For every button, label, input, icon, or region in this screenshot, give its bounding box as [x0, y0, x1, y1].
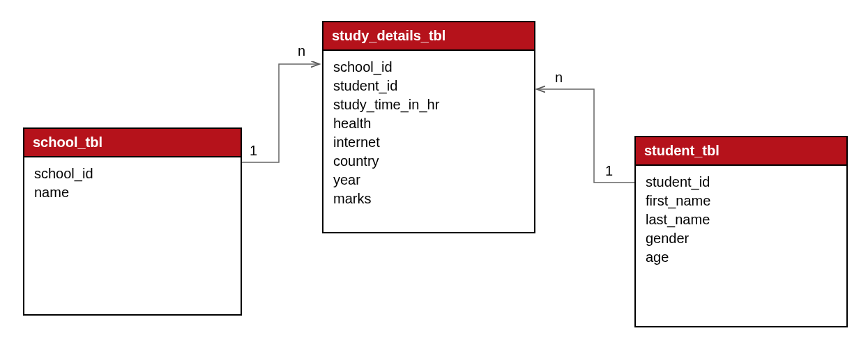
entity-fields: school_id student_id study_time_in_hr he…: [323, 51, 534, 215]
cardinality-label-one: 1: [605, 163, 613, 179]
cardinality-label-many: n: [298, 43, 305, 59]
entity-field: age: [646, 248, 837, 267]
entity-field: school_id: [34, 164, 231, 183]
entity-student-tbl: student_tbl student_id first_name last_n…: [634, 136, 848, 327]
entity-field: first_name: [646, 192, 837, 210]
cardinality-label-many: n: [555, 70, 563, 86]
entity-field: year: [333, 171, 524, 189]
entity-field: student_id: [646, 173, 837, 192]
entity-title: student_tbl: [636, 137, 846, 166]
entity-field: school_id: [333, 58, 524, 77]
entity-school-tbl: school_tbl school_id name: [23, 127, 242, 316]
entity-title: school_tbl: [24, 129, 241, 157]
entity-field: internet: [333, 133, 524, 152]
er-diagram-canvas: school_tbl school_id name study_details_…: [0, 0, 868, 356]
entity-fields: school_id name: [24, 157, 241, 209]
cardinality-label-one: 1: [250, 143, 257, 159]
entity-field: study_time_in_hr: [333, 95, 524, 114]
entity-fields: student_id first_name last_name gender a…: [636, 166, 846, 274]
entity-field: marks: [333, 189, 524, 208]
entity-study-details-tbl: study_details_tbl school_id student_id s…: [322, 21, 535, 233]
entity-field: name: [34, 183, 231, 202]
entity-field: last_name: [646, 210, 837, 229]
entity-field: health: [333, 114, 524, 133]
entity-field: gender: [646, 229, 837, 248]
entity-field: country: [333, 152, 524, 171]
entity-field: student_id: [333, 77, 524, 95]
entity-title: study_details_tbl: [323, 22, 534, 51]
